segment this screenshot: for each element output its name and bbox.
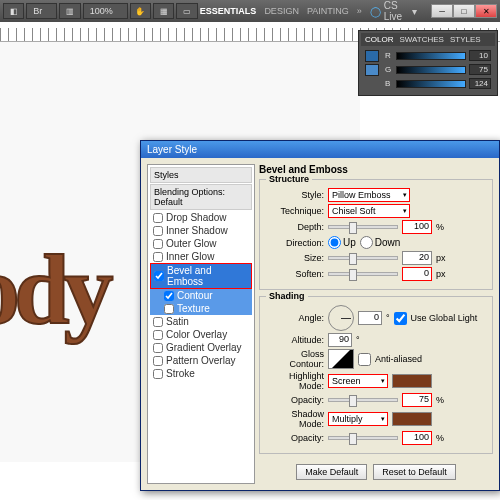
style-label: Style: (266, 190, 324, 200)
anti-aliased-checkbox[interactable] (358, 353, 371, 366)
screen-mode-icon[interactable]: ▭ (176, 3, 197, 19)
angle-label: Angle: (266, 313, 324, 323)
size-input[interactable]: 20 (402, 251, 432, 265)
item-contour[interactable]: Contour (150, 289, 252, 302)
h-opacity-input[interactable]: 75 (402, 393, 432, 407)
cs-live-button[interactable]: ◯CS Live▾ (370, 0, 417, 22)
workspace-more-icon[interactable]: » (357, 6, 362, 16)
checkbox-outer-glow[interactable] (153, 239, 163, 249)
item-texture[interactable]: Texture (150, 302, 252, 315)
s-opacity-slider[interactable] (328, 436, 398, 440)
app-toolbar: ◧ Br ▥ 100% ✋ ▦ ▭ ESSENTIALS DESIGN PAIN… (0, 0, 500, 22)
structure-legend: Structure (266, 174, 312, 184)
shadow-color-chip[interactable] (392, 412, 432, 426)
item-bevel-emboss[interactable]: Bevel and Emboss (150, 263, 252, 289)
checkbox-contour[interactable] (164, 291, 174, 301)
canvas-text-layer: ody (0, 232, 108, 347)
checkbox-bevel-emboss[interactable] (154, 271, 164, 281)
checkbox-pattern-overlay[interactable] (153, 356, 163, 366)
altitude-input[interactable]: 90 (328, 333, 352, 347)
view-tool-icon[interactable]: ▦ (153, 3, 174, 19)
checkbox-texture[interactable] (164, 304, 174, 314)
item-inner-glow[interactable]: Inner Glow (150, 250, 252, 263)
workspace-painting[interactable]: PAINTING (307, 6, 349, 16)
item-color-overlay[interactable]: Color Overlay (150, 328, 252, 341)
background-swatch[interactable] (365, 64, 379, 76)
r-value[interactable]: 10 (469, 50, 491, 61)
r-slider[interactable] (396, 52, 466, 60)
size-slider[interactable] (328, 256, 398, 260)
dialog-titlebar[interactable]: Layer Style (141, 141, 499, 158)
soften-label: Soften: (266, 269, 324, 279)
item-stroke[interactable]: Stroke (150, 367, 252, 380)
depth-unit: % (436, 222, 444, 232)
zoom-select[interactable]: 100% (83, 3, 128, 19)
item-satin[interactable]: Satin (150, 315, 252, 328)
item-drop-shadow[interactable]: Drop Shadow (150, 211, 252, 224)
g-value[interactable]: 75 (469, 64, 491, 75)
shading-group: Shading Angle:0°Use Global Light Altitud… (259, 296, 493, 454)
soften-slider[interactable] (328, 272, 398, 276)
tab-swatches[interactable]: SWATCHES (399, 35, 443, 44)
checkbox-inner-glow[interactable] (153, 252, 163, 262)
checkbox-gradient-overlay[interactable] (153, 343, 163, 353)
styles-header[interactable]: Styles (150, 167, 252, 183)
b-value[interactable]: 124 (469, 78, 491, 89)
g-label: G (385, 65, 393, 74)
g-slider[interactable] (396, 66, 466, 74)
highlight-mode-select[interactable]: Screen (328, 374, 388, 388)
reset-default-button[interactable]: Reset to Default (373, 464, 456, 480)
b-label: B (385, 79, 393, 88)
foreground-swatch[interactable] (365, 50, 379, 62)
checkbox-satin[interactable] (153, 317, 163, 327)
zoom-tool-icon[interactable]: ▥ (59, 3, 80, 19)
item-inner-shadow[interactable]: Inner Shadow (150, 224, 252, 237)
bridge-button[interactable]: Br (26, 3, 57, 19)
soften-unit: px (436, 269, 446, 279)
checkbox-inner-shadow[interactable] (153, 226, 163, 236)
blending-options-header[interactable]: Blending Options: Default (150, 184, 252, 210)
hand-tool-icon[interactable]: ✋ (130, 3, 151, 19)
color-panel: COLOR SWATCHES STYLES R10 G75 B124 (358, 30, 498, 96)
checkbox-stroke[interactable] (153, 369, 163, 379)
anti-aliased-label: Anti-aliased (375, 354, 422, 364)
styles-list: Styles Blending Options: Default Drop Sh… (147, 164, 255, 484)
s-opacity-label: Opacity: (266, 433, 324, 443)
close-button[interactable]: ✕ (475, 4, 497, 18)
direction-up-radio[interactable] (328, 236, 341, 249)
workspace-essentials[interactable]: ESSENTIALS (200, 6, 257, 16)
direction-down-radio[interactable] (360, 236, 373, 249)
item-outer-glow[interactable]: Outer Glow (150, 237, 252, 250)
depth-input[interactable]: 100 (402, 220, 432, 234)
checkbox-drop-shadow[interactable] (153, 213, 163, 223)
technique-select[interactable]: Chisel Soft (328, 204, 410, 218)
app-icon[interactable]: ◧ (3, 3, 24, 19)
h-opacity-slider[interactable] (328, 398, 398, 402)
size-unit: px (436, 253, 446, 263)
highlight-color-chip[interactable] (392, 374, 432, 388)
tab-styles[interactable]: STYLES (450, 35, 481, 44)
gloss-contour-picker[interactable] (328, 349, 354, 369)
highlight-mode-label: Highlight Mode: (266, 371, 324, 391)
item-pattern-overlay[interactable]: Pattern Overlay (150, 354, 252, 367)
s-opacity-input[interactable]: 100 (402, 431, 432, 445)
maximize-button[interactable]: □ (453, 4, 475, 18)
minimize-button[interactable]: ─ (431, 4, 453, 18)
depth-slider[interactable] (328, 225, 398, 229)
structure-group: Structure Style:Pillow Emboss Technique:… (259, 179, 493, 290)
layer-style-dialog: Layer Style Styles Blending Options: Def… (140, 140, 500, 491)
b-slider[interactable] (396, 80, 466, 88)
tab-color[interactable]: COLOR (365, 35, 393, 44)
shadow-mode-select[interactable]: Multiply (328, 412, 388, 426)
angle-input[interactable]: 0 (358, 311, 382, 325)
technique-label: Technique: (266, 206, 324, 216)
depth-label: Depth: (266, 222, 324, 232)
checkbox-color-overlay[interactable] (153, 330, 163, 340)
soften-input[interactable]: 0 (402, 267, 432, 281)
style-select[interactable]: Pillow Emboss (328, 188, 410, 202)
angle-dial[interactable] (328, 305, 354, 331)
workspace-design[interactable]: DESIGN (264, 6, 299, 16)
global-light-checkbox[interactable] (394, 312, 407, 325)
item-gradient-overlay[interactable]: Gradient Overlay (150, 341, 252, 354)
make-default-button[interactable]: Make Default (296, 464, 367, 480)
